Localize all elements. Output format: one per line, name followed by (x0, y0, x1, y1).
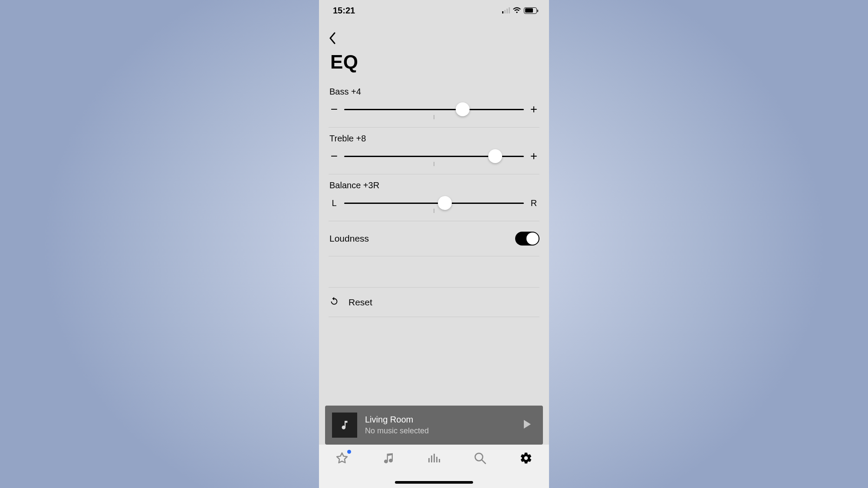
tab-music[interactable] (381, 451, 395, 465)
svg-rect-5 (439, 459, 440, 462)
balance-right-label: R (528, 198, 539, 208)
balance-row: Balance +3R L R (329, 174, 539, 221)
svg-rect-1 (428, 458, 430, 462)
nav-bar (319, 21, 549, 46)
spacer (329, 256, 539, 288)
tab-favorites[interactable] (335, 451, 349, 465)
battery-icon (524, 7, 537, 14)
status-icons (502, 6, 537, 16)
wifi-icon (513, 6, 521, 16)
svg-marker-0 (524, 420, 531, 429)
reset-button[interactable]: Reset (329, 288, 539, 317)
bass-decrease-button[interactable]: − (329, 105, 340, 113)
now-playing-subtitle: No music selected (365, 426, 515, 436)
svg-rect-3 (434, 454, 435, 462)
bass-increase-button[interactable]: + (528, 105, 539, 113)
page-title: EQ (319, 46, 549, 81)
album-art-placeholder (332, 413, 357, 438)
treble-slider[interactable] (344, 150, 524, 163)
svg-rect-2 (431, 455, 432, 462)
now-playing-room: Living Room (365, 415, 515, 425)
treble-decrease-button[interactable]: − (329, 152, 340, 160)
play-button[interactable] (523, 419, 536, 431)
svg-rect-4 (436, 457, 437, 462)
bass-slider[interactable] (344, 103, 524, 116)
tab-search[interactable] (473, 451, 487, 465)
phone-frame: 15:21 EQ Bass +4 − (319, 0, 549, 488)
favorites-notification-dot (347, 450, 351, 454)
now-playing-text: Living Room No music selected (365, 415, 515, 436)
bass-row: Bass +4 − + (329, 81, 539, 128)
tab-bar (319, 445, 549, 488)
reset-icon (329, 296, 339, 308)
svg-line-7 (482, 460, 485, 463)
tab-settings[interactable] (519, 451, 533, 465)
status-bar: 15:21 (319, 0, 549, 21)
balance-left-label: L (329, 198, 340, 208)
loudness-toggle[interactable] (515, 232, 539, 246)
home-indicator (395, 481, 473, 484)
loudness-row: Loudness (329, 221, 539, 256)
balance-slider[interactable] (344, 197, 524, 210)
loudness-label: Loudness (329, 233, 369, 244)
now-playing-bar[interactable]: Living Room No music selected (325, 406, 543, 445)
treble-row: Treble +8 − + (329, 128, 539, 174)
clock: 15:21 (333, 6, 355, 16)
cellular-signal-icon (502, 7, 510, 13)
reset-label: Reset (349, 297, 372, 308)
treble-increase-button[interactable]: + (528, 152, 539, 160)
treble-label: Treble +8 (329, 134, 539, 144)
back-button[interactable] (329, 38, 336, 46)
tab-rooms[interactable] (427, 451, 441, 465)
bass-label: Bass +4 (329, 87, 539, 97)
balance-label: Balance +3R (329, 180, 539, 190)
